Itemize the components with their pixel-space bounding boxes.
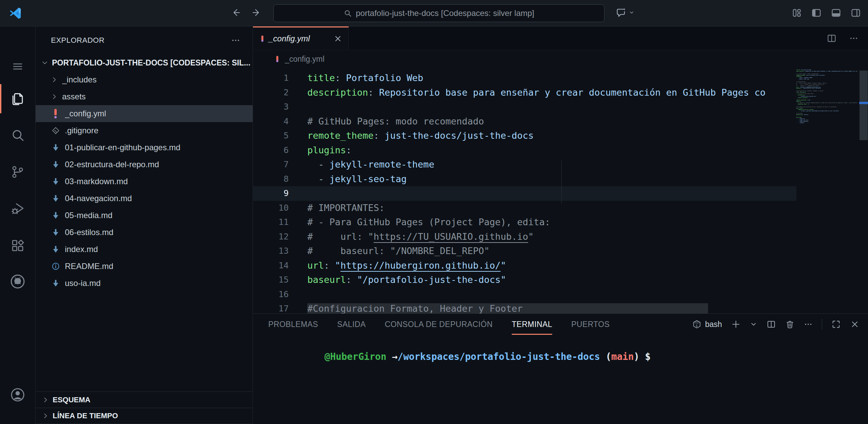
run-debug-icon[interactable] [0,201,35,216]
tree-item-03-markdown-md[interactable]: 03-markdown.md [36,173,253,190]
close-panel-button[interactable] [850,320,860,329]
github-icon[interactable] [0,273,35,290]
maximize-panel-button[interactable] [831,320,841,329]
terminal-user: @HuberGiron [325,351,386,362]
markdown-file-icon [51,143,61,152]
horizontal-scrollbar-slider[interactable] [307,303,708,313]
vscode-logo [8,6,22,20]
editor-tab-bar: _config.yml [253,26,868,50]
toggle-secondary-sidebar-button[interactable] [850,7,861,18]
section-outline[interactable]: ESQUEMA [36,391,253,408]
source-control-icon[interactable] [0,165,35,179]
minimap[interactable]: title: Portafolio Webdescription: Reposi… [796,70,859,313]
tab-close-button[interactable] [333,34,342,43]
tree-item-label: .gitignore [65,126,98,135]
code-line-4[interactable]: 4# GitHub Pages: modo recomendado [253,114,796,129]
copilot-chat-button[interactable] [615,7,634,18]
vertical-scrollbar-slider[interactable] [860,71,868,140]
line-number: 17 [253,302,289,313]
code-line-10[interactable]: 10# IMPORTANTES: [253,201,796,215]
line-content: - jekyll-remote-theme [289,157,796,172]
search-view-icon[interactable] [0,128,35,142]
code-editor[interactable]: 1title: Portafolio Web2description: Repo… [253,68,868,313]
code-line-11[interactable]: 11# - Para GitHub Pages (Project Page), … [253,215,796,230]
new-terminal-button[interactable] [731,320,741,329]
code-line-9[interactable]: 9 [253,186,796,201]
code-line-2[interactable]: 2description: Repositorio base para ense… [253,85,796,100]
tab-config-yml[interactable]: _config.yml [253,26,349,50]
tree-item-01-publicar-en-github-pages-md[interactable]: 01-publicar-en-github-pages.md [36,139,253,156]
line-content: # IMPORTANTES: [289,201,796,215]
panel-tab-terminal[interactable]: TERMINAL [512,314,553,335]
terminal-shell-selector[interactable]: $ bash [692,320,722,329]
vertical-scrollbar[interactable] [859,68,868,313]
toggle-primary-sidebar-button[interactable] [811,7,822,18]
tree-item-label: 06-estilos.md [65,228,113,237]
forward-button[interactable] [251,7,261,18]
code-line-1[interactable]: 1title: Portafolio Web [253,71,796,85]
line-content: baseurl: "/portafolio-just-the-docs" [289,273,796,287]
toggle-panel-button[interactable] [831,7,842,18]
extensions-icon[interactable] [0,238,35,253]
tree-item-uso-ia-md[interactable]: uso-ia.md [36,275,253,292]
account-icon[interactable] [0,387,35,403]
explorer-title: EXPLORADOR [51,36,105,45]
tree-item-05-media-md[interactable]: 05-media.md [36,207,253,224]
chevron-right-icon [51,93,58,100]
code-line-16[interactable]: 16 [253,287,796,302]
code-line-6[interactable]: 6plugins: [253,143,796,158]
panel-tab-consola-de-depuraci-n[interactable]: CONSOLA DE DEPURACIÓN [385,314,493,335]
customize-layout-button[interactable] [791,7,802,18]
line-content: - jekyll-seo-tag [289,172,796,187]
explorer-sidebar: EXPLORADOR PORTAFOLIO-JUST-THE-DOCS [COD… [36,26,253,424]
explorer-icon[interactable] [0,91,35,106]
code-line-14[interactable]: 14url: "https://hubergiron.github.io/" [253,258,796,273]
menu-icon[interactable] [0,60,35,73]
code-line-7[interactable]: 7 - jekyll-remote-theme [253,157,796,172]
code-line-8[interactable]: 8 - jekyll-seo-tag [253,172,796,187]
tree-item-assets[interactable]: assets [36,88,253,105]
panel-tab-salida[interactable]: SALIDA [337,314,366,335]
markdown-file-icon [51,228,61,237]
back-button[interactable] [231,7,241,18]
code-line-5[interactable]: 5remote_theme: just-the-docs/just-the-do… [253,129,796,143]
explorer-more-actions-button[interactable] [231,36,240,45]
tree-item--includes[interactable]: _includes [36,71,253,88]
kill-terminal-button[interactable] [785,320,795,329]
panel-tab-problemas[interactable]: PROBLEMAS [268,314,318,335]
terminal-dropdown-button[interactable] [750,321,757,328]
code-line-15[interactable]: 15baseurl: "/portafolio-just-the-docs" [253,273,796,287]
terminal-output[interactable]: @HuberGiron →/workspaces/portafolio-just… [253,335,868,424]
tree-item-label: assets [62,92,86,101]
terminal-more-actions-button[interactable] [804,320,813,329]
line-content [289,100,796,114]
tree-item--gitignore[interactable]: .gitignore [36,122,253,139]
split-editor-button[interactable] [827,33,837,43]
tree-item-label: 03-markdown.md [65,177,128,186]
tree-item-04-navegacion-md[interactable]: 04-navegacion.md [36,190,253,207]
code-line-3[interactable]: 3 [253,100,796,114]
terminal-cwd: /workspaces/portafolio-just-the-docs [398,351,600,362]
command-center-search[interactable]: portafolio-just-the-docs [Codespaces: si… [273,4,604,22]
panel-actions-divider [822,319,822,330]
tree-root-folder[interactable]: PORTAFOLIO-JUST-THE-DOCS [CODESPACES: SI… [36,54,253,71]
tree-item--config-yml[interactable]: _config.yml [36,105,253,122]
line-content [289,186,796,201]
markdown-file-icon [51,177,61,186]
section-timeline[interactable]: LÍNEA DE TIEMPO [36,408,253,424]
code-line-12[interactable]: 12# url: "https://TU_USUARIO.github.io" [253,230,796,244]
activity-bar [0,26,36,424]
tree-item-02-estructura-del-repo-md[interactable]: 02-estructura-del-repo.md [36,156,253,173]
tree-item-06-estilos-md[interactable]: 06-estilos.md [36,224,253,241]
editor-more-actions-button[interactable] [849,34,858,43]
tree-item-index-md[interactable]: index.md [36,241,253,258]
tree-item-readme-md[interactable]: README.md [36,258,253,275]
panel-tab-puertos[interactable]: PUERTOS [571,314,610,335]
code-lines: 1title: Portafolio Web2description: Repo… [253,71,796,313]
split-terminal-button[interactable] [766,320,776,329]
chevron-right-icon [42,396,49,404]
code-line-13[interactable]: 13# baseurl: "/NOMBRE_DEL_REPO" [253,244,796,258]
line-number: 9 [253,186,289,201]
panel-tab-bar: PROBLEMASSALIDACONSOLA DE DEPURACIÓNTERM… [253,314,868,335]
breadcrumb[interactable]: _config.yml [253,50,868,68]
